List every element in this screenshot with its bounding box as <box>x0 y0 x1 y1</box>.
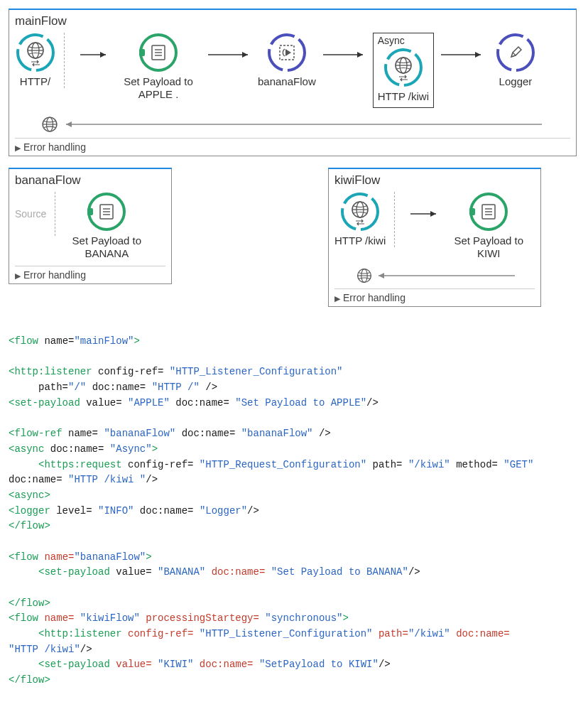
globe-icon <box>356 267 373 284</box>
globe-icon <box>383 48 423 87</box>
set-payload-banana-node[interactable]: Set Payload to BANANA <box>64 192 149 260</box>
xml-code-block: <flow name="mainFlow"> <http:listener co… <box>9 334 579 688</box>
http-listener-label: HTTP/ <box>20 75 50 88</box>
return-arrow-icon <box>59 119 542 129</box>
set-payload-kiwi-label: Set Payload to KIWI <box>446 234 531 260</box>
bananaflow-container: bananaFlow Source Set Payload to BANANA … <box>9 168 172 284</box>
arrow-icon <box>201 33 258 77</box>
document-icon <box>87 192 126 232</box>
pencil-icon <box>496 33 535 72</box>
document-icon <box>469 192 508 232</box>
bananaflow-error-handling[interactable]: ▶Error handling <box>15 266 165 281</box>
svg-marker-21 <box>379 273 384 279</box>
kiwiflow-container: kiwiFlow HTTP /kiwi Set Payload to KIWI <box>328 168 541 307</box>
async-title: Async <box>378 35 429 46</box>
caret-right-icon: ▶ <box>15 271 21 280</box>
kiwiflow-nodes: HTTP /kiwi Set Payload to KIWI <box>334 189 535 266</box>
bananaflow-ref-label: bananaFlow <box>258 75 316 88</box>
globe-icon <box>16 33 55 72</box>
mainflow-container: mainFlow HTTP/ Set Payload to APPLE . ba… <box>9 9 577 156</box>
document-icon <box>138 33 178 72</box>
set-payload-kiwi-node[interactable]: Set Payload to KIWI <box>446 192 531 260</box>
kiwi-http-node[interactable]: HTTP /kiwi <box>334 192 395 247</box>
mainflow-return <box>15 114 570 138</box>
mainflow-title: mainFlow <box>15 14 570 28</box>
arrow-icon <box>73 33 116 77</box>
globe-icon <box>40 115 59 134</box>
mainflow-error-handling[interactable]: ▶Error handling <box>15 138 570 153</box>
logger-label: Logger <box>499 75 533 88</box>
source-placeholder: Source <box>15 192 55 236</box>
svg-marker-19 <box>66 121 72 127</box>
kiwiflow-return <box>334 266 535 288</box>
arrow-icon <box>316 33 373 77</box>
logger-node[interactable]: Logger <box>491 33 540 88</box>
set-payload-apple-node[interactable]: Set Payload to APPLE . <box>116 33 201 101</box>
return-arrow-icon <box>373 271 515 281</box>
async-http-label: HTTP /kiwi <box>378 90 429 103</box>
caret-right-icon: ▶ <box>15 144 21 152</box>
mainflow-nodes: HTTP/ Set Payload to APPLE . bananaFlow … <box>15 30 570 114</box>
flowref-icon <box>267 33 307 72</box>
kiwi-http-label: HTTP /kiwi <box>334 234 386 247</box>
bananaflow-nodes: Source Set Payload to BANANA <box>15 189 165 266</box>
kiwiflow-error-handling[interactable]: ▶Error handling <box>334 288 535 303</box>
caret-right-icon: ▶ <box>334 294 340 303</box>
async-http-node[interactable]: HTTP /kiwi <box>378 48 429 103</box>
arrow-icon <box>403 192 446 236</box>
async-scope[interactable]: Async HTTP /kiwi <box>373 33 434 108</box>
bananaflow-ref-node[interactable]: bananaFlow <box>258 33 316 88</box>
set-payload-apple-label: Set Payload to APPLE . <box>116 75 201 101</box>
arrow-icon <box>434 33 491 77</box>
kiwiflow-title: kiwiFlow <box>334 173 535 188</box>
bananaflow-title: bananaFlow <box>15 173 165 188</box>
globe-icon <box>340 192 380 232</box>
http-listener-node[interactable]: HTTP/ <box>15 33 65 88</box>
set-payload-banana-label: Set Payload to BANANA <box>64 234 149 260</box>
